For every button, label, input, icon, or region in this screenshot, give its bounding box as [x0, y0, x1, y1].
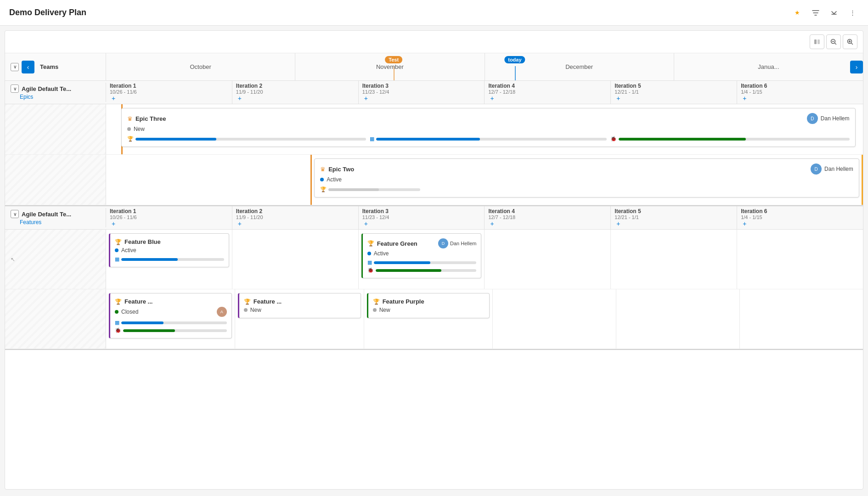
- team1-iter2-add[interactable]: +: [238, 95, 242, 102]
- feature-new2-card[interactable]: 🏆 Feature ... New: [238, 293, 361, 318]
- bar-fill-1: [135, 138, 216, 141]
- feature-closed-status: Closed: [121, 309, 138, 315]
- teams-label: Teams: [40, 63, 58, 70]
- feature-closed-trophy-icon: 🏆: [115, 299, 122, 305]
- feature-blue-card[interactable]: 🏆 Feature Blue Active ▦: [109, 233, 229, 267]
- feature-closed-title: Feature ...: [124, 298, 152, 305]
- plan-body: ∨ ‹ Teams Test today October November: [5, 53, 863, 488]
- team1-sub-label[interactable]: Epics: [11, 94, 100, 100]
- epic-three-card[interactable]: ♛ Epic Three D Dan Hellem New: [121, 108, 856, 147]
- team2-iter3-add[interactable]: +: [364, 220, 368, 227]
- epic-two-title: Epic Two: [328, 166, 354, 173]
- team2-iter4: Iteration 4 12/7 - 12/18 +: [485, 206, 611, 229]
- timeline-nav-right[interactable]: ›: [850, 61, 863, 73]
- collapse-icon[interactable]: [828, 6, 840, 19]
- features-row1-cols: 🏆 Feature Blue Active ▦: [106, 230, 863, 289]
- feature-closed-avatar: A: [217, 307, 227, 317]
- team2-iter2-add[interactable]: +: [238, 220, 242, 227]
- main-container: ∨ ‹ Teams Test today October November: [5, 30, 863, 490]
- teams-collapse-button[interactable]: ∨: [11, 63, 19, 71]
- team1-iter5: Iteration 5 12/21 - 1/1 +: [611, 81, 737, 104]
- epic-three-assignee: Dan Hellem: [821, 115, 850, 122]
- teams-column-header: ∨ ‹ Teams: [5, 53, 106, 80]
- feature-green-col: 🏆 Feature Green D Dan Hellem: [359, 230, 485, 289]
- team2-sub-label[interactable]: Features: [11, 219, 100, 225]
- filter-icon[interactable]: [809, 6, 822, 19]
- toolbar: [5, 31, 863, 53]
- feature-blue-status: Active: [121, 247, 136, 254]
- epic-two-assignee: Dan Hellem: [824, 166, 853, 172]
- features-row1-iter5-col: [611, 230, 737, 289]
- feature-blue-stack-icon: ▦: [115, 256, 119, 262]
- team2-iter5: Iteration 5 12/21 - 1/1 +: [611, 206, 737, 229]
- svg-rect-1: [817, 39, 820, 44]
- feature-green-stack-icon: ▦: [367, 259, 372, 265]
- feature-purple-card[interactable]: 🏆 Feature Purple New: [367, 293, 490, 318]
- cursor-indicator: ↖: [5, 256, 15, 263]
- epic-two-card[interactable]: ♛ Epic Two D Dan Hellem Active: [314, 158, 859, 197]
- bar-track-1: [135, 138, 366, 141]
- feature-green-card[interactable]: 🏆 Feature Green D Dan Hellem: [361, 233, 482, 278]
- epic-three-right: ♛ Epic Three D Dan Hellem New: [106, 104, 863, 154]
- features-row2-left: [5, 289, 106, 349]
- team2-iter4-add[interactable]: +: [490, 220, 494, 227]
- feature-green-trophy-icon: 🏆: [367, 240, 374, 247]
- team1-iter4-add[interactable]: +: [490, 95, 494, 102]
- team2-iter5-add[interactable]: +: [616, 220, 620, 227]
- feature-blue-bar-fill: [121, 258, 178, 261]
- bar-track-3: [619, 138, 849, 141]
- feature-green-bar-row2: 🐞: [367, 267, 477, 273]
- team1-iter6-add[interactable]: +: [743, 95, 746, 102]
- team1-iter1-add[interactable]: +: [112, 95, 115, 102]
- month-november: November: [295, 53, 485, 80]
- epic-two-left-line: [310, 155, 312, 205]
- team1-collapse-button[interactable]: ∨: [11, 85, 19, 93]
- panel-toggle-button[interactable]: [810, 34, 824, 49]
- epic-three-left: [5, 104, 106, 154]
- team1-iter5-add[interactable]: +: [616, 95, 620, 102]
- star-icon[interactable]: ★: [791, 6, 804, 19]
- feature-new2-title: Feature ...: [254, 298, 282, 305]
- team2-iter6-add[interactable]: +: [743, 220, 746, 227]
- feature-blue-title: Feature Blue: [124, 238, 161, 245]
- zoom-out-button[interactable]: [826, 34, 841, 49]
- zoom-in-button[interactable]: [843, 34, 857, 49]
- svg-rect-0: [814, 39, 817, 44]
- epic-two-bars: 🏆: [320, 186, 853, 192]
- feature-closed-bar-fill2: [123, 329, 175, 332]
- month-december: December: [485, 53, 674, 80]
- team1-iter1: Iteration 1 10/26 - 11/6 +: [106, 81, 232, 104]
- feature-purple-trophy-icon: 🏆: [373, 299, 380, 305]
- feature-blue-bar-track: [121, 258, 224, 261]
- team2-iter1-add[interactable]: +: [112, 220, 115, 227]
- feature-green-bars: ▦ 🐞: [367, 259, 477, 273]
- stack-icon-1: ▦: [370, 136, 374, 142]
- feature-closed-bar-row1: ▦: [115, 320, 227, 326]
- feature-closed-card[interactable]: 🏆 Feature ... Closed A: [109, 293, 232, 338]
- timeline-nav-left[interactable]: ‹: [22, 61, 34, 73]
- epic-three-bars: 🏆 ▦ 🐞: [127, 136, 850, 142]
- epic-crown-icon: ♛: [127, 115, 133, 122]
- features-row1-iter6-col: [737, 230, 863, 289]
- team1-iter3: Iteration 3 11/23 - 12/4 +: [359, 81, 485, 104]
- epic-two-status: Active: [327, 176, 342, 183]
- team1-iterations-header: Iteration 1 10/26 - 11/6 + Iteration 2 1…: [106, 81, 863, 104]
- epic-three-status-dot: [127, 127, 131, 131]
- feature-purple-title: Feature Purple: [383, 298, 424, 305]
- features-row2-iter4-col: [493, 289, 616, 349]
- team1-name: ∨ Agile Default Te...: [11, 85, 100, 93]
- epic-two-left: [5, 155, 106, 205]
- features-row1: ↖ 🏆 Feature Blue: [5, 230, 863, 289]
- feature-green-bar-fill2: [376, 269, 441, 272]
- team2-collapse-button[interactable]: ∨: [11, 210, 19, 218]
- feature-green-bar-track1: [374, 261, 477, 264]
- feature-green-assignee: Dan Hellem: [450, 241, 476, 246]
- month-january: Janua...: [674, 53, 863, 80]
- team1-iter3-add[interactable]: +: [364, 95, 368, 102]
- feature-new2-trophy-icon: 🏆: [244, 299, 251, 305]
- epic-three-row: ♛ Epic Three D Dan Hellem New: [5, 104, 863, 155]
- more-icon[interactable]: ⋮: [846, 6, 859, 19]
- team1-iterations-row: Iteration 1 10/26 - 11/6 + Iteration 2 1…: [106, 81, 863, 104]
- feature-blue-trophy-icon: 🏆: [115, 239, 122, 245]
- app-header: Demo Delivery Plan ★ ⋮: [0, 0, 868, 26]
